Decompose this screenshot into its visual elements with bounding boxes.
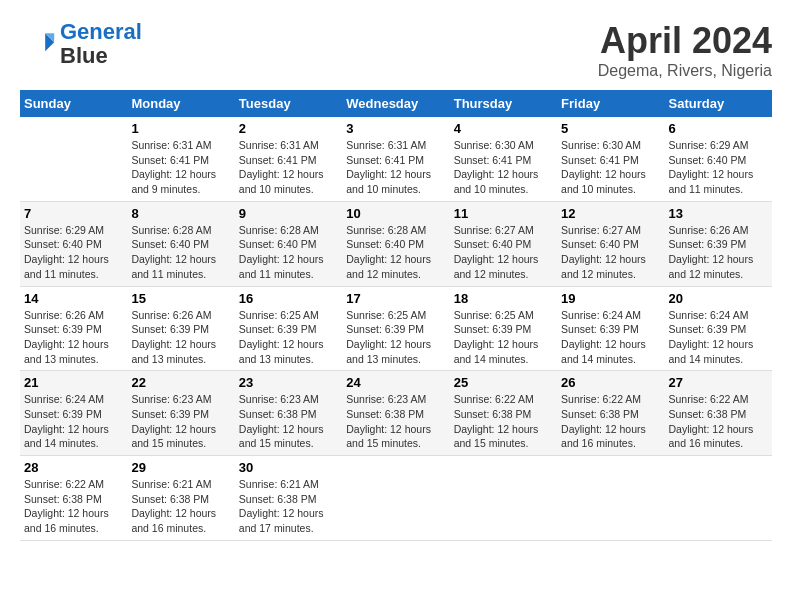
calendar-cell [342,456,449,541]
day-number: 19 [561,291,660,306]
day-info: Sunrise: 6:28 AMSunset: 6:40 PMDaylight:… [346,224,431,280]
calendar-cell: 26Sunrise: 6:22 AMSunset: 6:38 PMDayligh… [557,371,664,456]
day-number: 7 [24,206,123,221]
calendar-cell: 5Sunrise: 6:30 AMSunset: 6:41 PMDaylight… [557,117,664,201]
day-number: 27 [669,375,768,390]
calendar-week-row: 21Sunrise: 6:24 AMSunset: 6:39 PMDayligh… [20,371,772,456]
day-number: 30 [239,460,338,475]
calendar-cell: 2Sunrise: 6:31 AMSunset: 6:41 PMDaylight… [235,117,342,201]
day-number: 8 [131,206,230,221]
calendar-cell [665,456,772,541]
calendar-cell: 25Sunrise: 6:22 AMSunset: 6:38 PMDayligh… [450,371,557,456]
day-number: 22 [131,375,230,390]
calendar-cell: 3Sunrise: 6:31 AMSunset: 6:41 PMDaylight… [342,117,449,201]
day-number: 14 [24,291,123,306]
day-info: Sunrise: 6:31 AMSunset: 6:41 PMDaylight:… [346,139,431,195]
day-number: 11 [454,206,553,221]
calendar-cell: 10Sunrise: 6:28 AMSunset: 6:40 PMDayligh… [342,201,449,286]
day-of-week-header: Thursday [450,90,557,117]
calendar-week-row: 7Sunrise: 6:29 AMSunset: 6:40 PMDaylight… [20,201,772,286]
day-info: Sunrise: 6:22 AMSunset: 6:38 PMDaylight:… [24,478,109,534]
calendar-cell: 12Sunrise: 6:27 AMSunset: 6:40 PMDayligh… [557,201,664,286]
calendar-cell: 4Sunrise: 6:30 AMSunset: 6:41 PMDaylight… [450,117,557,201]
day-of-week-header: Saturday [665,90,772,117]
day-info: Sunrise: 6:24 AMSunset: 6:39 PMDaylight:… [669,309,754,365]
calendar-cell: 22Sunrise: 6:23 AMSunset: 6:39 PMDayligh… [127,371,234,456]
calendar-cell: 23Sunrise: 6:23 AMSunset: 6:38 PMDayligh… [235,371,342,456]
day-number: 29 [131,460,230,475]
day-number: 20 [669,291,768,306]
calendar-cell: 17Sunrise: 6:25 AMSunset: 6:39 PMDayligh… [342,286,449,371]
calendar-week-row: 28Sunrise: 6:22 AMSunset: 6:38 PMDayligh… [20,456,772,541]
logo-icon [20,26,56,62]
day-number: 2 [239,121,338,136]
calendar-cell: 20Sunrise: 6:24 AMSunset: 6:39 PMDayligh… [665,286,772,371]
calendar-cell: 8Sunrise: 6:28 AMSunset: 6:40 PMDaylight… [127,201,234,286]
day-of-week-header: Monday [127,90,234,117]
calendar-cell: 1Sunrise: 6:31 AMSunset: 6:41 PMDaylight… [127,117,234,201]
day-number: 21 [24,375,123,390]
day-number: 12 [561,206,660,221]
calendar-cell: 14Sunrise: 6:26 AMSunset: 6:39 PMDayligh… [20,286,127,371]
calendar-cell: 27Sunrise: 6:22 AMSunset: 6:38 PMDayligh… [665,371,772,456]
day-number: 3 [346,121,445,136]
calendar-cell: 30Sunrise: 6:21 AMSunset: 6:38 PMDayligh… [235,456,342,541]
calendar-cell: 9Sunrise: 6:28 AMSunset: 6:40 PMDaylight… [235,201,342,286]
day-info: Sunrise: 6:25 AMSunset: 6:39 PMDaylight:… [346,309,431,365]
day-number: 4 [454,121,553,136]
day-number: 9 [239,206,338,221]
day-info: Sunrise: 6:25 AMSunset: 6:39 PMDaylight:… [454,309,539,365]
day-info: Sunrise: 6:31 AMSunset: 6:41 PMDaylight:… [131,139,216,195]
day-of-week-header: Sunday [20,90,127,117]
day-number: 28 [24,460,123,475]
day-info: Sunrise: 6:28 AMSunset: 6:40 PMDaylight:… [131,224,216,280]
day-number: 6 [669,121,768,136]
calendar-cell: 29Sunrise: 6:21 AMSunset: 6:38 PMDayligh… [127,456,234,541]
day-number: 24 [346,375,445,390]
day-number: 10 [346,206,445,221]
logo-text: GeneralBlue [60,20,142,68]
day-info: Sunrise: 6:26 AMSunset: 6:39 PMDaylight:… [24,309,109,365]
day-info: Sunrise: 6:29 AMSunset: 6:40 PMDaylight:… [669,139,754,195]
day-number: 16 [239,291,338,306]
day-info: Sunrise: 6:24 AMSunset: 6:39 PMDaylight:… [561,309,646,365]
calendar-cell [557,456,664,541]
day-info: Sunrise: 6:23 AMSunset: 6:38 PMDaylight:… [239,393,324,449]
logo: GeneralBlue [20,20,142,68]
day-info: Sunrise: 6:21 AMSunset: 6:38 PMDaylight:… [239,478,324,534]
calendar-cell: 24Sunrise: 6:23 AMSunset: 6:38 PMDayligh… [342,371,449,456]
day-of-week-header: Friday [557,90,664,117]
day-number: 23 [239,375,338,390]
day-info: Sunrise: 6:23 AMSunset: 6:39 PMDaylight:… [131,393,216,449]
calendar-body: 1Sunrise: 6:31 AMSunset: 6:41 PMDaylight… [20,117,772,540]
calendar-cell: 13Sunrise: 6:26 AMSunset: 6:39 PMDayligh… [665,201,772,286]
day-number: 17 [346,291,445,306]
day-info: Sunrise: 6:30 AMSunset: 6:41 PMDaylight:… [454,139,539,195]
day-number: 18 [454,291,553,306]
calendar-cell: 21Sunrise: 6:24 AMSunset: 6:39 PMDayligh… [20,371,127,456]
title-block: April 2024 Degema, Rivers, Nigeria [598,20,772,80]
day-info: Sunrise: 6:26 AMSunset: 6:39 PMDaylight:… [131,309,216,365]
day-of-week-header: Tuesday [235,90,342,117]
day-number: 15 [131,291,230,306]
day-info: Sunrise: 6:29 AMSunset: 6:40 PMDaylight:… [24,224,109,280]
day-info: Sunrise: 6:26 AMSunset: 6:39 PMDaylight:… [669,224,754,280]
day-info: Sunrise: 6:24 AMSunset: 6:39 PMDaylight:… [24,393,109,449]
page-header: GeneralBlue April 2024 Degema, Rivers, N… [20,20,772,80]
calendar-cell: 6Sunrise: 6:29 AMSunset: 6:40 PMDaylight… [665,117,772,201]
day-number: 26 [561,375,660,390]
header-row: SundayMondayTuesdayWednesdayThursdayFrid… [20,90,772,117]
calendar-cell: 7Sunrise: 6:29 AMSunset: 6:40 PMDaylight… [20,201,127,286]
calendar-cell: 18Sunrise: 6:25 AMSunset: 6:39 PMDayligh… [450,286,557,371]
location-title: Degema, Rivers, Nigeria [598,62,772,80]
calendar-cell [20,117,127,201]
day-number: 1 [131,121,230,136]
day-info: Sunrise: 6:31 AMSunset: 6:41 PMDaylight:… [239,139,324,195]
month-title: April 2024 [598,20,772,62]
calendar-cell: 19Sunrise: 6:24 AMSunset: 6:39 PMDayligh… [557,286,664,371]
day-info: Sunrise: 6:22 AMSunset: 6:38 PMDaylight:… [669,393,754,449]
day-number: 13 [669,206,768,221]
calendar-cell: 16Sunrise: 6:25 AMSunset: 6:39 PMDayligh… [235,286,342,371]
day-info: Sunrise: 6:23 AMSunset: 6:38 PMDaylight:… [346,393,431,449]
day-info: Sunrise: 6:21 AMSunset: 6:38 PMDaylight:… [131,478,216,534]
